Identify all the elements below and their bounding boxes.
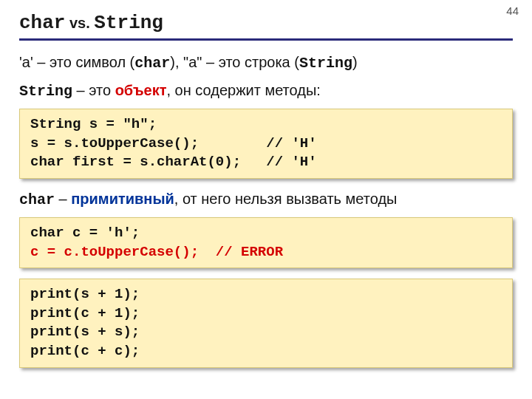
intro-string: String [299,55,352,72]
code-block-print: print(s + 1); print(c + 1); print(s + s)… [19,279,513,368]
object-keyword: объект [115,82,167,98]
char-t2: , от него нельзя вызвать методы [174,191,398,207]
code-block-char: char c = 'h'; c = c.toUpperCase(); // ER… [19,217,513,268]
string-object-line: String – это объект, он содержит методы: [19,81,513,101]
char-t1: – [55,191,71,207]
intro-line: 'a' – это символ (char), "a" – это строк… [19,52,513,73]
intro-t2: ), "a" – это строка ( [170,54,299,70]
string-t2: , он содержит методы: [166,82,320,98]
intro-t1: 'a' – это символ ( [19,54,134,70]
page-number: 44 [506,4,519,17]
primitive-keyword: примитивный [71,191,174,207]
char-primitive-line: char – примитивный, от него нельзя вызва… [19,189,513,210]
intro-char: char [134,55,170,72]
char-label: char [19,191,55,208]
title-vs: vs. [65,15,94,31]
code2-line2-error: c = c.toUpperCase(); // ERROR [30,244,283,260]
string-label: String [19,83,72,100]
code-block-string: String s = "h"; s = s.toUpperCase(); // … [19,109,513,179]
title-char: char [19,12,65,34]
title-string: String [94,12,163,34]
string-t1: – это [72,82,115,98]
slide-title: char vs. String [19,10,513,41]
intro-t3: ) [352,54,358,70]
code2-line1: char c = 'h'; [30,225,140,241]
